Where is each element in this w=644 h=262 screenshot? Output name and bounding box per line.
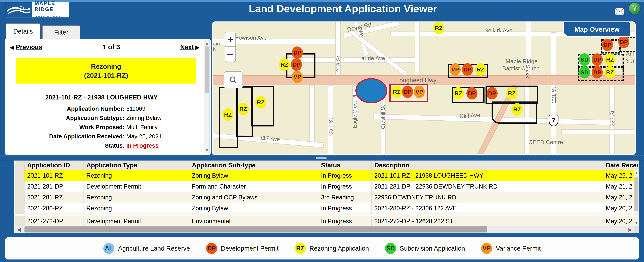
banner-type: Rezoning: [91, 62, 121, 71]
table-cell: May 21, 2: [603, 192, 639, 202]
details-scrollbar-thumb[interactable]: [205, 46, 209, 94]
panel-splitter[interactable]: [0, 155, 644, 161]
map-marker-dp[interactable]: DP: [486, 87, 498, 100]
column-header[interactable]: Application Sub-type: [189, 160, 318, 170]
map-marker-rz[interactable]: RZ: [255, 96, 266, 108]
next-record-link[interactable]: Next ▶: [180, 44, 200, 51]
status-link[interactable]: In Progress: [126, 142, 159, 149]
field-label: Application Subtype:: [5, 114, 124, 121]
table-row[interactable]: 2021-281-RZRezoningZoning and OCP Bylaws…: [15, 192, 639, 203]
table-cell: Development Permit: [84, 181, 189, 192]
scroll-left-icon[interactable]: ◀: [15, 226, 23, 233]
map-canvas[interactable]: Howison AveDover RdWay218 StrianhSelkirk…: [213, 22, 635, 154]
map-marker-rz[interactable]: RZ: [238, 103, 249, 115]
map-marker-dp[interactable]: DP: [292, 46, 303, 59]
map-marker-rz[interactable]: RZ: [391, 86, 402, 98]
map-marker-rz[interactable]: RZ: [604, 66, 616, 78]
map-marker-dp[interactable]: DP: [618, 36, 630, 48]
table-cell: In Progress: [318, 203, 372, 214]
details-tabs: DetailsFilter: [6, 24, 80, 39]
map-marker-dp[interactable]: DP: [402, 86, 413, 98]
page-title: Land Development Application Viewer: [226, 3, 460, 14]
map-overview-button[interactable]: Map Overview: [563, 22, 630, 37]
table-cell: Zoning and OCP Bylaws: [189, 192, 318, 202]
map-marker-rz[interactable]: RZ: [506, 87, 518, 100]
help-icon[interactable]: ?: [628, 2, 641, 14]
map-marker-rz[interactable]: RZ: [433, 22, 444, 34]
column-header[interactable]: Date Receiv: [603, 160, 639, 170]
street-label: 223 St: [609, 110, 616, 126]
street-label: Selkirk Ave: [484, 27, 512, 34]
map-marker-vp[interactable]: VP: [414, 86, 425, 98]
map-marker-dp[interactable]: DP: [592, 53, 603, 66]
legend-items: ALAgriculture Land ReserveDPDevelopment …: [103, 243, 541, 254]
column-header[interactable]: Description: [372, 160, 603, 170]
table-cell: Environmental: [189, 216, 318, 226]
street-label: Carr St: [328, 118, 334, 136]
map-marker-rz[interactable]: RZ: [604, 53, 616, 66]
map-marker-rz[interactable]: RZ: [453, 87, 464, 100]
row-header-cell: [15, 160, 24, 170]
row-header-cell: [15, 181, 24, 192]
map-marker-vp[interactable]: VP: [450, 63, 461, 76]
field-label: Work Proposed:: [5, 124, 124, 130]
table-horizontal-scrollbar[interactable]: ◀ ▶: [15, 226, 634, 233]
map-marker-dp[interactable]: DP: [462, 63, 473, 76]
details-scrollbar[interactable]: ▲ ▼: [204, 40, 210, 153]
map-marker-rz[interactable]: RZ: [475, 63, 486, 76]
legend-item-sd: SDSubdivision Application: [385, 243, 465, 254]
table-cell: 2021-101-RZ: [24, 170, 84, 181]
selected-site-highlight[interactable]: [355, 78, 387, 103]
map-marker-rz[interactable]: RZ: [222, 108, 234, 121]
table-row[interactable]: 2021-281-DPDevelopment PermitForm and Ch…: [15, 181, 639, 192]
logo-title: MAPLE RIDGE: [34, 0, 69, 12]
scroll-up-icon[interactable]: ▲: [204, 41, 210, 46]
map-marker-sd[interactable]: SD: [579, 53, 590, 66]
detail-field: Date Application Received:May 25, 2021: [5, 133, 198, 140]
table-row[interactable]: 2021-272-DPDevelopment PermitEnvironment…: [15, 216, 639, 227]
zoom-out-button[interactable]: −: [225, 46, 236, 62]
table-cell: Zoning Bylaw: [189, 170, 318, 181]
detail-field: Application Subtype:Zoning Bylaw: [5, 114, 198, 121]
previous-label: Previous: [16, 44, 42, 50]
street-label: Maple Ridge: [506, 58, 538, 64]
column-header[interactable]: Status: [318, 160, 372, 170]
map-marker-dp[interactable]: DP: [592, 66, 603, 78]
details-panel: ◀ Previous 1 of 3 Next ▶ Rezoning (2021-…: [5, 38, 211, 155]
table-cell: Zoning Bylaw: [189, 203, 318, 214]
table-hscroll-thumb[interactable]: [24, 226, 487, 232]
scroll-right-icon[interactable]: ▶: [626, 226, 634, 233]
field-value: 511069: [126, 105, 146, 112]
previous-record-link[interactable]: ◀ Previous: [10, 44, 42, 51]
column-header[interactable]: Application ID: [24, 160, 84, 170]
table-vertical-scrollbar[interactable]: ▲ ▼: [634, 170, 639, 226]
detail-field: Work Proposed:Multi Family: [5, 124, 198, 130]
table-row[interactable]: 2021-101-RZRezoningZoning BylawIn Progre…: [15, 170, 639, 181]
scroll-up-icon[interactable]: ▲: [634, 170, 639, 175]
application-banner: Rezoning (2021-101-RZ): [16, 58, 196, 84]
logo-subtitle: British Columbia: [34, 14, 65, 19]
table-vscroll-thumb[interactable]: [634, 177, 638, 211]
mail-icon[interactable]: [615, 8, 624, 15]
tab-details[interactable]: Details: [6, 24, 40, 39]
map-marker-sd[interactable]: SD: [579, 66, 590, 78]
splitter-handle-icon[interactable]: [316, 157, 326, 159]
map-marker-dp[interactable]: DP: [291, 58, 302, 71]
zoom-in-button[interactable]: +: [225, 32, 236, 47]
street-label: Baptist Church: [502, 65, 540, 72]
minus-icon: −: [227, 48, 234, 61]
scroll-down-icon[interactable]: ▼: [634, 220, 639, 226]
table-row[interactable]: 2021-280-RZRezoningZoning BylawIn Progre…: [15, 203, 639, 214]
map-marker-dp[interactable]: DP: [602, 38, 613, 51]
column-header[interactable]: Application Type: [84, 160, 189, 170]
map-search-button[interactable]: [224, 72, 243, 88]
map-marker-vp[interactable]: VP: [292, 70, 303, 83]
map-marker-rz[interactable]: RZ: [512, 103, 522, 116]
map-marker-dp[interactable]: DP: [466, 87, 478, 100]
scroll-down-icon[interactable]: ▼: [204, 148, 210, 153]
details-fields: Application Number:511069Application Sub…: [5, 105, 198, 152]
vp-legend-icon: VP: [481, 243, 492, 254]
tab-filter[interactable]: Filter: [42, 26, 80, 39]
map-marker-rz[interactable]: RZ: [279, 58, 290, 71]
legend-label: Agriculture Land Reserve: [118, 245, 190, 252]
